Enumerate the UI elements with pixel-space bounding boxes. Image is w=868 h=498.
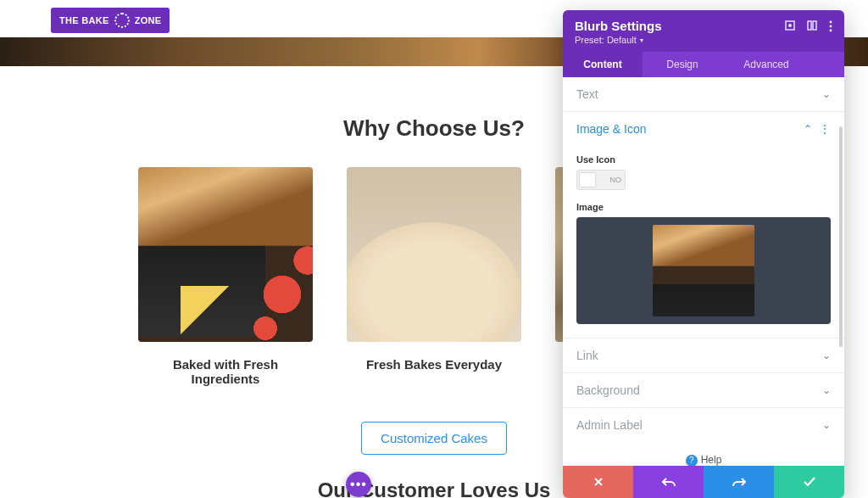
blurb-settings-panel: Blurb Settings Preset: Default ▾ Content… (563, 10, 844, 498)
svg-point-5 (830, 25, 832, 27)
section-link: Link ⌄ (563, 339, 844, 373)
svg-rect-3 (813, 21, 816, 30)
use-icon-label: Use Icon (576, 154, 831, 165)
snap-icon[interactable] (807, 20, 817, 32)
feature-card: Fresh Bakes Everyday (347, 167, 521, 386)
chevron-down-icon: ⌄ (822, 350, 831, 361)
site-logo[interactable]: THE BAKE ZONE (51, 8, 170, 33)
chevron-down-icon: ⌄ (822, 419, 831, 431)
close-icon (593, 476, 604, 488)
panel-tabs: Content Design Advanced (563, 52, 844, 77)
check-icon (803, 476, 816, 488)
image-upload-field[interactable] (576, 217, 831, 324)
section-link-toggle[interactable]: Link ⌄ (563, 339, 844, 372)
feature-image (138, 167, 313, 342)
use-icon-toggle[interactable]: NO (576, 170, 626, 190)
svg-point-1 (789, 24, 791, 25)
tab-design[interactable]: Design (643, 52, 722, 77)
help-icon: ? (686, 455, 698, 467)
feature-card: Baked with Fresh Ingredients (138, 167, 313, 386)
undo-button[interactable] (633, 466, 704, 498)
section-admin-label: Admin Label ⌄ (563, 408, 844, 442)
chevron-down-icon: ⌄ (822, 384, 831, 396)
logo-icon (114, 13, 130, 28)
panel-preset[interactable]: Preset: Default ▾ (575, 35, 832, 45)
panel-body[interactable]: Text ⌄ Image & Icon ⌃ ⋮ Use Icon NO Imag… (563, 77, 844, 466)
svg-point-6 (830, 29, 832, 31)
section-image-icon-toggle[interactable]: Image & Icon ⌃ ⋮ (563, 112, 844, 146)
kebab-icon[interactable] (829, 20, 832, 32)
panel-title: Blurb Settings (575, 19, 662, 33)
panel-header[interactable]: Blurb Settings Preset: Default ▾ (563, 10, 844, 52)
image-label: Image (576, 202, 831, 212)
chevron-down-icon: ▾ (640, 36, 643, 44)
section-background: Background ⌄ (563, 373, 844, 408)
panel-footer (563, 466, 844, 498)
tab-advanced[interactable]: Advanced (722, 52, 810, 77)
tab-content[interactable]: Content (563, 52, 643, 77)
svg-point-4 (830, 20, 832, 23)
scrollbar[interactable] (839, 126, 843, 347)
section-text: Text ⌄ (563, 77, 844, 112)
svg-rect-2 (808, 21, 811, 30)
section-image-icon: Image & Icon ⌃ ⋮ Use Icon NO Image (563, 112, 844, 339)
section-text-toggle[interactable]: Text ⌄ (563, 77, 844, 111)
feature-image (347, 167, 521, 342)
undo-icon (661, 476, 676, 488)
close-button[interactable] (563, 466, 633, 498)
section-admin-label-toggle[interactable]: Admin Label ⌄ (563, 408, 844, 442)
logo-text-left: THE BAKE (59, 15, 109, 25)
chevron-up-icon: ⌃ (804, 123, 812, 135)
chevron-down-icon: ⌄ (822, 88, 831, 100)
builder-fab-button[interactable]: ••• (346, 472, 371, 497)
image-thumbnail (653, 225, 754, 316)
save-button[interactable] (774, 466, 844, 498)
section-options-icon[interactable]: ⋮ (819, 122, 831, 136)
expand-icon[interactable] (785, 20, 795, 32)
feature-title: Baked with Fresh Ingredients (138, 357, 313, 386)
redo-icon (732, 476, 747, 488)
section-background-toggle[interactable]: Background ⌄ (563, 373, 844, 407)
customized-cakes-button[interactable]: Customized Cakes (361, 422, 507, 455)
redo-button[interactable] (704, 466, 774, 498)
logo-text-right: ZONE (135, 15, 162, 25)
help-link[interactable]: ?Help (563, 442, 844, 466)
feature-title: Fresh Bakes Everyday (347, 357, 521, 372)
